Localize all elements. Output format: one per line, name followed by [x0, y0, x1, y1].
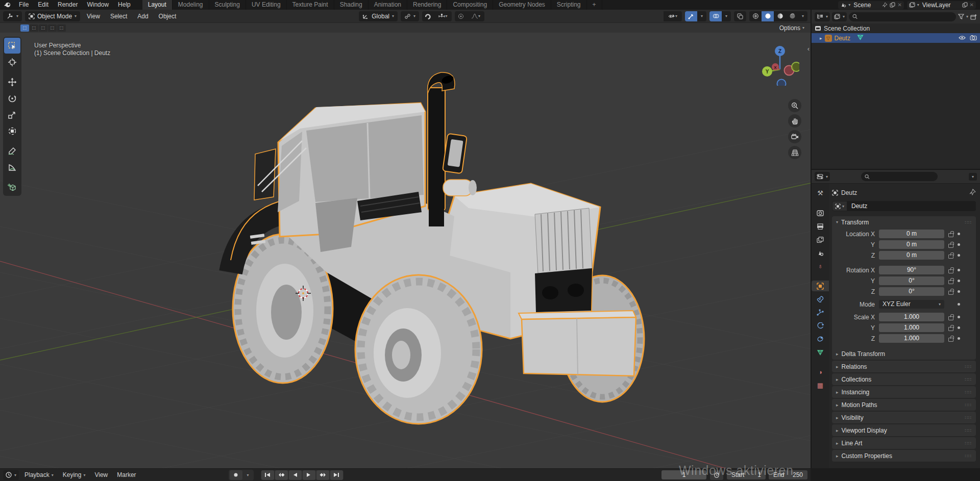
lock-icon[interactable] [948, 244, 953, 248]
outliner-search-input[interactable] [860, 14, 952, 20]
transform-panel-header[interactable]: ▾ Transform ∷∷ [832, 216, 976, 228]
properties-search-input[interactable] [872, 173, 934, 180]
viewport-3d[interactable]: User Perspective (1) Scene Collection | … [0, 33, 811, 468]
pin-icon[interactable] [882, 2, 888, 8]
breadcrumb-object-name[interactable]: Deutz [841, 189, 857, 196]
rotation-z-field[interactable]: 0° [879, 287, 944, 296]
animate-dot-icon[interactable] [958, 280, 960, 282]
outliner-display-mode-button[interactable]: ▾ [832, 12, 847, 21]
lock-icon[interactable] [948, 316, 953, 320]
tab-sculpting[interactable]: Sculpting [209, 0, 246, 10]
panel-relations[interactable]: ▸Relations∷∷ [832, 361, 976, 372]
tractor-model[interactable] [231, 72, 644, 424]
lock-icon[interactable] [948, 338, 953, 342]
tool-measure[interactable] [4, 159, 20, 175]
panel-collections[interactable]: ▸Collections∷∷ [832, 373, 976, 385]
tab-modifiers[interactable] [813, 294, 828, 305]
outliner-search[interactable] [849, 12, 956, 21]
lock-icon[interactable] [948, 327, 953, 331]
tool-transform[interactable] [4, 123, 20, 139]
jump-to-start-button[interactable] [261, 470, 274, 480]
transform-orientation-selector[interactable]: Global ▾ [359, 11, 398, 21]
rotation-x-field[interactable]: 90° [879, 266, 944, 274]
scale-y-field[interactable]: 1.000 [879, 323, 944, 332]
tab-material[interactable]: ◑ [813, 367, 828, 377]
panel-visibility[interactable]: ▸Visibility∷∷ [832, 412, 976, 423]
expand-arrow-icon[interactable]: ▸ [820, 36, 822, 41]
xray-toggle[interactable] [734, 11, 746, 21]
animate-dot-icon[interactable] [958, 337, 960, 340]
tab-texture[interactable]: ▦ [813, 380, 828, 391]
menu-help[interactable]: Help [113, 0, 135, 10]
properties-editor-type-button[interactable]: ▾ [815, 172, 830, 181]
tab-constraints[interactable] [813, 334, 828, 344]
location-y-field[interactable]: 0 m [879, 240, 944, 249]
delta-transform-subpanel[interactable]: ▸ Delta Transform [832, 348, 976, 360]
animate-dot-icon[interactable] [958, 269, 960, 271]
animate-dot-icon[interactable] [958, 233, 960, 235]
tab-tool[interactable]: ⚒ [813, 188, 828, 198]
sidebar-collapse-arrow[interactable]: ‹ [807, 45, 810, 53]
animate-dot-icon[interactable] [958, 243, 960, 246]
overlays-toggle[interactable] [709, 11, 722, 21]
animate-dot-icon[interactable] [958, 290, 960, 293]
shading-material-button[interactable] [774, 11, 786, 21]
menu-marker[interactable]: Marker [113, 471, 139, 478]
outliner-row-deutz[interactable]: ▸ ▽ Deutz [812, 33, 980, 43]
animate-dot-icon[interactable] [958, 254, 960, 257]
proportional-falloff-dropdown[interactable]: ▾ [467, 11, 484, 21]
menu-edit[interactable]: Edit [33, 0, 53, 10]
panel-custom-properties[interactable]: ▸Custom Properties∷∷ [832, 450, 976, 462]
outliner-editor-type-button[interactable]: ▾ [815, 12, 830, 21]
shading-wireframe-button[interactable] [749, 11, 762, 21]
proportional-editing-toggle[interactable] [455, 11, 467, 21]
tool-scale[interactable] [4, 107, 20, 122]
animate-dot-icon[interactable] [958, 303, 960, 306]
frame-start-field[interactable]: Start1 [727, 470, 766, 479]
pin-icon[interactable] [969, 189, 976, 197]
hide-eye-icon[interactable] [959, 35, 966, 42]
select-mode-set[interactable]: ⬚ [20, 24, 29, 32]
preview-range-clock-button[interactable] [710, 470, 723, 480]
lock-icon[interactable] [948, 255, 953, 259]
close-icon[interactable]: ✕ [970, 2, 974, 8]
location-z-field[interactable]: 0 m [879, 251, 944, 260]
new-layer-icon[interactable] [962, 2, 968, 8]
properties-search[interactable] [861, 172, 938, 181]
tab-geometry-nodes[interactable]: Geometry Nodes [493, 0, 551, 10]
tab-scripting[interactable]: Scripting [551, 0, 587, 10]
play-button[interactable] [303, 470, 315, 480]
tool-add-cube[interactable] [4, 179, 20, 195]
current-frame-field[interactable]: 1 [662, 470, 706, 479]
menu-file[interactable]: File [14, 0, 33, 10]
gizmos-toggle[interactable] [685, 11, 697, 21]
next-keyframe-button[interactable] [316, 470, 329, 480]
tab-uv-editing[interactable]: UV Editing [246, 0, 287, 10]
tab-particles[interactable] [813, 307, 828, 318]
tab-view-layer[interactable] [813, 234, 828, 245]
object-name-field[interactable]: Deutz [847, 201, 976, 211]
previous-keyframe-button[interactable] [275, 470, 288, 480]
rotation-mode-select[interactable]: XYZ Euler ▾ [879, 300, 944, 309]
menu-view[interactable]: View [83, 13, 104, 20]
tool-annotate[interactable] [4, 143, 20, 159]
properties-options-dropdown[interactable]: ▾ [969, 173, 977, 181]
snap-toggle[interactable] [422, 11, 434, 21]
location-x-field[interactable]: 0 m [879, 230, 944, 238]
tool-select-box[interactable] [4, 38, 20, 54]
orthographic-toggle-button[interactable] [788, 146, 801, 159]
jump-to-end-button[interactable] [330, 470, 343, 480]
tab-object-data[interactable] [813, 347, 828, 358]
select-mode-subtract[interactable]: ⬚ [39, 24, 47, 32]
tab-shading[interactable]: Shading [334, 0, 369, 10]
filter-icon[interactable] [958, 14, 964, 19]
menu-object[interactable]: Object [155, 13, 180, 20]
view-layer-selector[interactable]: ▾ ViewLayer ✕ [907, 1, 976, 9]
panel-line-art[interactable]: ▸Line Art∷∷ [832, 437, 976, 449]
add-workspace-button[interactable]: + [587, 0, 602, 10]
rotation-y-field[interactable]: 0° [879, 276, 944, 285]
select-mode-intersect[interactable]: ⬚ [57, 24, 66, 32]
menu-add[interactable]: Add [134, 13, 152, 20]
timeline-editor-type-button[interactable]: ▾ [3, 470, 19, 480]
pivot-point-selector[interactable]: ▾ [401, 11, 419, 21]
